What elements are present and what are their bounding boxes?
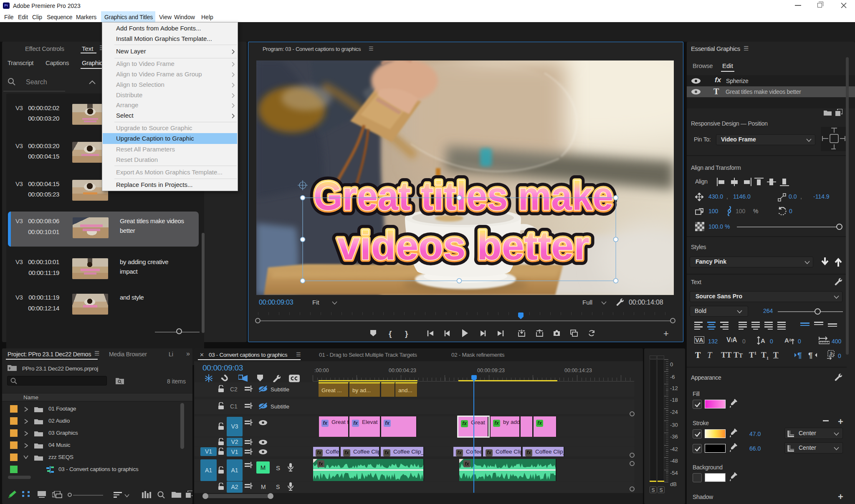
svg-text:Great titles make: Great titles make	[314, 173, 613, 219]
svg-text:A: A	[761, 337, 765, 344]
svg-text:¶: ¶	[797, 351, 802, 359]
svg-text:¶: ¶	[808, 351, 813, 359]
svg-text:A: A	[784, 337, 789, 344]
svg-text:fx: fx	[465, 461, 470, 467]
svg-text:fx: fx	[319, 461, 324, 467]
svg-text:あ: あ	[829, 351, 834, 357]
svg-text:videos better: videos better	[337, 223, 589, 268]
svg-text:a: a	[789, 337, 792, 342]
